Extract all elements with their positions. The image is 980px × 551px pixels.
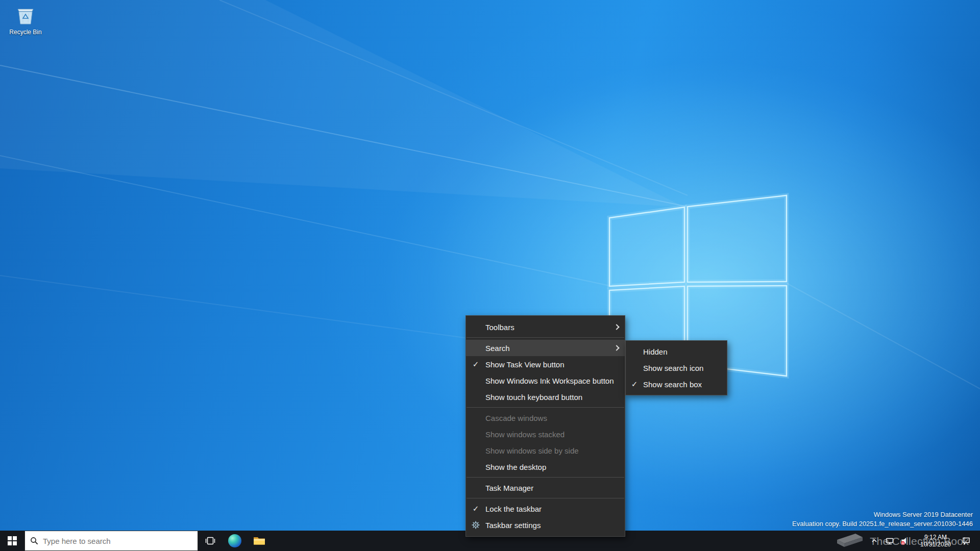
menu-separator: [467, 498, 624, 498]
menu-item-label: Show search icon: [643, 364, 721, 372]
recycle-bin-icon[interactable]: Recycle Bin: [6, 5, 45, 36]
submenu-item-show-search-icon[interactable]: Show search icon: [626, 360, 727, 376]
search-submenu: Hidden Show search icon ✓ Show search bo…: [625, 340, 727, 395]
gear-icon: [466, 521, 485, 529]
chevron-up-icon: [871, 537, 878, 544]
action-center-icon: [962, 536, 971, 545]
check-icon: ✓: [626, 380, 643, 389]
menu-item-lock-the-taskbar[interactable]: ✓ Lock the taskbar: [466, 500, 625, 517]
start-button[interactable]: [0, 531, 24, 551]
taskbar-clock[interactable]: 9:12 AM 10/31/2020: [914, 534, 958, 548]
taskbar-context-menu: Toolbars Search ✓ Show Task View button …: [465, 315, 625, 537]
menu-item-label: Hidden: [643, 347, 721, 356]
clock-date: 10/31/2020: [916, 541, 955, 548]
submenu-item-hidden[interactable]: Hidden: [626, 343, 727, 360]
edge-icon: [228, 534, 241, 547]
recycle-bin-label: Recycle Bin: [6, 29, 45, 36]
network-status-button[interactable]: [883, 531, 896, 551]
menu-item-label: Show windows stacked: [485, 430, 619, 439]
menu-item-cascade-windows: Cascade windows: [466, 410, 625, 426]
hidden-icons-button[interactable]: [868, 531, 881, 551]
menu-item-show-touch-keyboard-button[interactable]: Show touch keyboard button: [466, 389, 625, 405]
menu-item-label: Show Windows Ink Workspace button: [485, 377, 619, 385]
menu-item-label: Search: [485, 344, 615, 353]
menu-item-label: Show Task View button: [485, 360, 619, 369]
menu-item-label: Lock the taskbar: [485, 505, 619, 513]
menu-item-label: Show search box: [643, 380, 721, 389]
system-tray: 9:12 AM 10/31/2020: [868, 531, 980, 551]
menu-item-label: Show windows side by side: [485, 446, 619, 455]
check-icon: ✓: [466, 504, 485, 513]
menu-item-show-windows-ink-workspace-button[interactable]: Show Windows Ink Workspace button: [466, 372, 625, 389]
windows-logo-icon: [8, 536, 17, 545]
edition-line1: Windows Server 2019 Datacenter: [792, 510, 973, 519]
edition-line2: Evaluation copy. Build 20251.fe_release_…: [792, 519, 973, 529]
edition-watermark: Windows Server 2019 Datacenter Evaluatio…: [792, 510, 973, 529]
menu-separator: [467, 477, 624, 478]
task-view-icon: [204, 534, 217, 547]
task-view-button[interactable]: [198, 531, 223, 551]
menu-item-label: Toolbars: [485, 323, 615, 332]
search-input[interactable]: [43, 537, 192, 545]
edge-button[interactable]: [223, 531, 247, 551]
volume-button[interactable]: [898, 531, 912, 551]
clock-time: 9:12 AM: [916, 534, 955, 541]
menu-item-label: Show the desktop: [485, 463, 619, 471]
speaker-muted-icon: [900, 536, 910, 546]
file-explorer-button[interactable]: [247, 531, 272, 551]
menu-item-label: Cascade windows: [485, 414, 619, 422]
search-icon: [30, 537, 38, 545]
menu-separator: [467, 407, 624, 408]
taskbar-search-box[interactable]: [24, 531, 198, 551]
check-icon: ✓: [466, 360, 485, 369]
menu-item-task-manager[interactable]: Task Manager: [466, 480, 625, 496]
file-explorer-icon: [253, 534, 266, 547]
submenu-item-show-search-box[interactable]: ✓ Show search box: [626, 376, 727, 392]
menu-item-label: Taskbar settings: [485, 521, 619, 530]
menu-item-label: Task Manager: [485, 484, 619, 492]
action-center-button[interactable]: [960, 531, 973, 551]
network-icon: [885, 536, 894, 545]
recycle-bin-glyph: [14, 5, 37, 26]
menu-item-show-windows-stacked: Show windows stacked: [466, 426, 625, 442]
chevron-right-icon: [614, 345, 619, 350]
menu-separator: [467, 337, 624, 338]
menu-item-label: Show touch keyboard button: [485, 393, 619, 402]
menu-item-search[interactable]: Search: [466, 340, 625, 356]
chevron-right-icon: [614, 324, 619, 330]
menu-item-toolbars[interactable]: Toolbars: [466, 319, 625, 335]
menu-item-taskbar-settings[interactable]: Taskbar settings: [466, 517, 625, 533]
menu-item-show-task-view-button[interactable]: ✓ Show Task View button: [466, 356, 625, 372]
desktop[interactable]: Recycle Bin Windows Server 2019 Datacent…: [0, 0, 980, 551]
menu-item-show-the-desktop[interactable]: Show the desktop: [466, 459, 625, 475]
menu-item-show-windows-side-by-side: Show windows side by side: [466, 442, 625, 459]
